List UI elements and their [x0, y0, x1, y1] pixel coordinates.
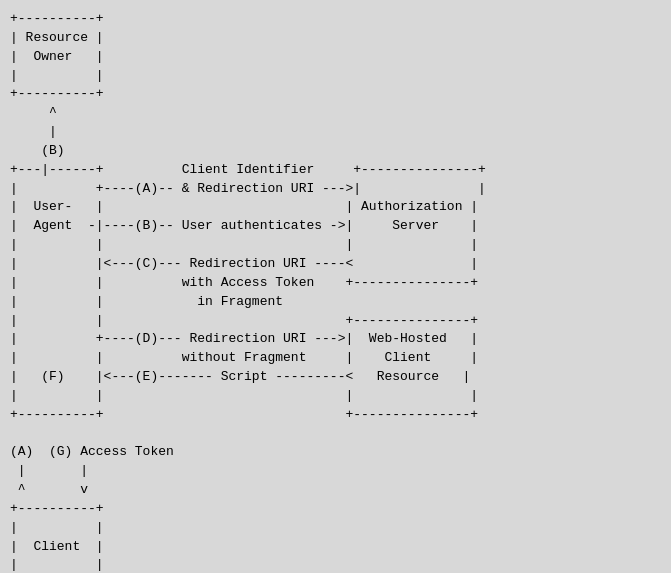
flow-diagram: +----------+ | Resource | | Owner | | | … [10, 10, 661, 573]
diagram-container: +----------+ | Resource | | Owner | | | … [0, 0, 671, 573]
